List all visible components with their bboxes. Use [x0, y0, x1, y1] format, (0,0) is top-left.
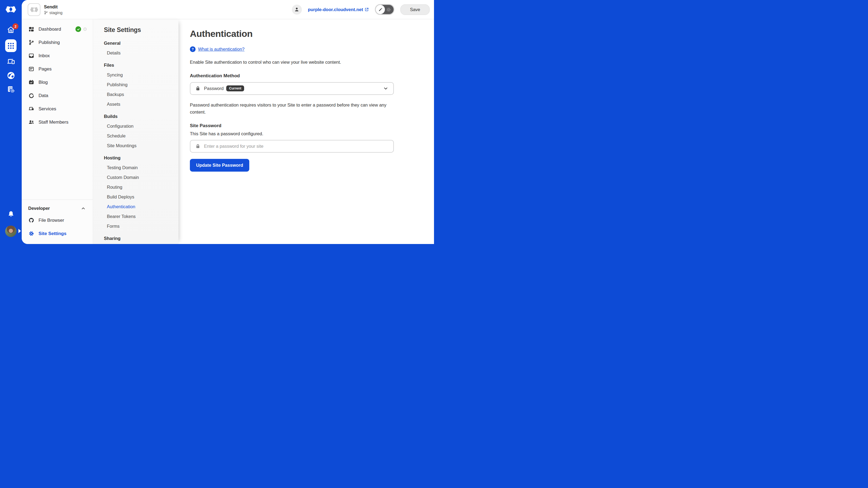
sidebar-item-dashboard[interactable]: Dashboard — [22, 23, 93, 36]
git-branch-icon — [28, 40, 34, 45]
site-password-label: Site Password — [190, 123, 394, 129]
sidebar-item-data[interactable]: Data — [22, 89, 93, 102]
settings-section-sharing: Sharing — [104, 236, 179, 241]
settings-section-hosting: Hosting Testing Domain Custom Domain Rou… — [104, 155, 179, 229]
site-meta: Sendit staging — [44, 4, 62, 15]
apps-grid-icon — [7, 42, 14, 50]
settings-nav-title: Site Settings — [104, 26, 179, 34]
main-content: Authentication ? What is authentication?… — [179, 19, 434, 244]
user-avatar[interactable] — [5, 226, 17, 237]
what-is-authentication-link[interactable]: What is authentication? — [198, 46, 245, 52]
document-icon — [28, 66, 34, 72]
settings-section-header: Hosting — [104, 155, 179, 161]
settings-nav-item-forms[interactable]: Forms — [104, 224, 179, 229]
rail-home-button[interactable]: 2 — [7, 26, 15, 34]
sidebar-item-label: Dashboard — [38, 27, 61, 32]
sidebar-item-label: Site Settings — [38, 231, 66, 236]
developer-section-label: Developer — [28, 206, 50, 211]
selected-method-value: Password — [204, 86, 223, 91]
settings-nav-item-details[interactable]: Details — [104, 51, 179, 56]
cloudcannon-logo[interactable] — [5, 3, 17, 15]
edit-mode-knob[interactable] — [376, 5, 385, 14]
sidebar-item-file-browser[interactable]: File Browser — [22, 214, 93, 227]
gear-icon — [28, 231, 34, 236]
rail-globe-button[interactable] — [7, 71, 15, 80]
update-site-password-button[interactable]: Update Site Password — [190, 159, 249, 172]
sidebar-item-services[interactable]: Services — [22, 102, 93, 116]
password-input-box[interactable] — [190, 140, 394, 153]
github-icon — [28, 218, 34, 223]
app-surface: Sendit staging purple-door.cloudvent.n — [22, 0, 434, 244]
pencil-icon — [378, 7, 383, 12]
developer-section-header[interactable]: Developer — [22, 203, 93, 214]
sidebar-item-label: Blog — [38, 80, 48, 85]
edit-preview-toggle[interactable] — [375, 4, 394, 15]
sidebar-item-site-settings[interactable]: Site Settings — [22, 227, 93, 240]
calendar-check-icon — [28, 79, 34, 85]
inbox-tray-icon — [28, 53, 34, 59]
settings-nav-item-site-mountings[interactable]: Site Mountings — [104, 143, 179, 148]
settings-nav-item-configuration[interactable]: Configuration — [104, 124, 179, 129]
lock-icon — [195, 144, 200, 149]
notifications-bell-button[interactable] — [7, 210, 14, 219]
external-link-icon — [365, 7, 369, 12]
page-title: Authentication — [190, 29, 394, 39]
account-button[interactable] — [292, 5, 302, 14]
save-button[interactable]: Save — [400, 4, 430, 15]
settings-nav-item-testing-domain[interactable]: Testing Domain — [104, 165, 179, 170]
live-site-link[interactable]: purple-door.cloudvent.net — [308, 7, 369, 12]
help-link-row[interactable]: ? What is authentication? — [190, 46, 394, 52]
sidebar-item-blog[interactable]: Blog — [22, 76, 93, 89]
settings-section-builds: Builds Configuration Schedule Site Mount… — [104, 114, 179, 148]
settings-section-header: Files — [104, 63, 179, 68]
devices-box-icon — [28, 106, 34, 112]
settings-nav-item-authentication[interactable]: Authentication — [104, 204, 179, 209]
sidebar-item-inbox[interactable]: Inbox — [22, 49, 93, 62]
rail-organization-button[interactable] — [7, 85, 15, 94]
site-password-input[interactable] — [204, 144, 389, 149]
site-sidebar: Dashboard Publishi — [22, 19, 93, 244]
sidebar-item-staff-members[interactable]: Staff Members — [22, 116, 93, 129]
sidebar-item-label: Data — [38, 93, 48, 98]
sidebar-item-publishing[interactable]: Publishing — [22, 36, 93, 49]
rail-nav: 2 — [5, 26, 17, 94]
person-icon — [294, 6, 300, 12]
branch-icon — [44, 10, 48, 14]
devices-icon — [7, 58, 15, 66]
build-success-status-icon — [75, 26, 81, 32]
settings-nav-item-schedule[interactable]: Schedule — [104, 133, 179, 138]
question-mark-icon: ? — [190, 46, 195, 52]
sidebar-item-pages[interactable]: Pages — [22, 62, 93, 76]
settings-nav-item-routing[interactable]: Routing — [104, 185, 179, 190]
settings-nav-item-publishing[interactable]: Publishing — [104, 82, 179, 87]
rail-apps-button[interactable] — [5, 39, 17, 52]
expand-panel-arrow-icon[interactable] — [19, 229, 21, 233]
rail-devices-button[interactable] — [7, 58, 15, 66]
people-icon — [28, 119, 34, 125]
settings-nav-panel: Site Settings General Details Files Sync… — [93, 19, 179, 244]
topbar: Sendit staging purple-door.cloudvent.n — [22, 0, 434, 19]
settings-section-header: General — [104, 41, 179, 46]
chevron-down-icon — [383, 86, 389, 91]
sidebar-item-label: Services — [38, 106, 56, 112]
authentication-method-select[interactable]: Password Current — [190, 82, 394, 95]
settings-nav-item-build-deploys[interactable]: Build Deploys — [104, 194, 179, 199]
settings-section-files: Files Syncing Publishing Backups Assets — [104, 63, 179, 107]
bell-icon — [7, 210, 14, 218]
settings-nav-item-syncing[interactable]: Syncing — [104, 72, 179, 77]
settings-mode-knob[interactable] — [386, 7, 392, 12]
settings-section-general: General Details — [104, 41, 179, 56]
settings-nav-item-assets[interactable]: Assets — [104, 102, 179, 107]
password-configured-note: This Site has a password configured. — [190, 131, 394, 136]
dashboard-grid-icon — [28, 26, 34, 32]
sidebar-item-label: Staff Members — [38, 120, 68, 125]
settings-nav-item-custom-domain[interactable]: Custom Domain — [104, 175, 179, 180]
primary-rail: 2 — [0, 0, 22, 244]
rail-bottom — [5, 210, 17, 244]
globe-icon — [7, 71, 15, 80]
settings-nav-item-backups[interactable]: Backups — [104, 92, 179, 97]
settings-nav-item-bearer-tokens[interactable]: Bearer Tokens — [104, 214, 179, 219]
site-logo-card[interactable] — [28, 3, 40, 16]
settings-section-header: Builds — [104, 114, 179, 119]
sidebar-item-label: Publishing — [38, 40, 60, 45]
